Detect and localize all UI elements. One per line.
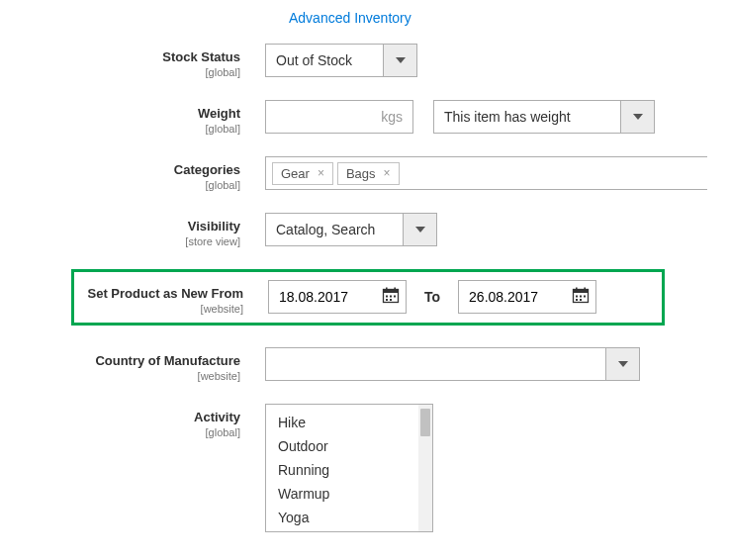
new-from-date-from[interactable] [268,280,407,314]
new-from-date-from-input[interactable] [279,289,372,305]
svg-rect-5 [390,296,392,298]
stock-status-row: Stock Status [global] Out of Stock [0,44,730,78]
scrollbar[interactable] [418,405,432,531]
list-item[interactable]: Hike [266,411,432,434]
new-from-date-to[interactable] [458,280,596,314]
has-weight-select[interactable]: This item has weight [433,100,655,134]
svg-rect-14 [580,296,582,298]
weight-unit: kgs [381,109,403,125]
country-scope: [website] [0,370,240,382]
visibility-label: Visibility [188,219,240,233]
weight-row: Weight [global] kgs This item has weight [0,100,730,135]
new-from-date-to-input[interactable] [469,289,562,305]
new-from-scope: [website] [74,303,243,315]
svg-rect-7 [386,299,388,301]
close-icon[interactable]: × [384,166,391,180]
has-weight-value: This item has weight [433,100,621,134]
categories-scope: [global] [0,179,240,191]
svg-rect-8 [390,299,392,301]
close-icon[interactable]: × [318,166,324,180]
chevron-down-icon[interactable] [621,100,655,134]
weight-input[interactable] [276,109,381,125]
stock-status-label: Stock Status [162,49,240,64]
visibility-scope: [store view] [0,235,240,247]
categories-row: Categories [global] Gear×Bags× [0,156,730,191]
svg-rect-15 [584,296,586,298]
list-item[interactable]: Outdoor [266,434,432,458]
calendar-icon[interactable] [382,287,400,308]
weight-input-wrap: kgs [265,100,413,134]
category-tag-label: Gear [281,166,310,181]
category-tag: Bags× [337,162,400,185]
activity-scope: [global] [0,426,240,438]
visibility-value: Catalog, Search [265,213,404,246]
weight-label: Weight [198,106,240,121]
activity-row: Activity [global] HikeOutdoorRunningWarm… [0,404,730,532]
svg-rect-6 [394,296,396,298]
scrollthumb[interactable] [420,409,430,436]
svg-rect-10 [574,290,589,294]
categories-multiselect[interactable]: Gear×Bags× [265,156,707,190]
visibility-select[interactable]: Catalog, Search [265,213,437,246]
activity-label: Activity [194,410,240,424]
categories-label: Categories [174,162,240,177]
country-select[interactable] [265,347,640,381]
country-row: Country of Manufacture [website] [0,347,730,382]
stock-status-select[interactable]: Out of Stock [265,44,417,77]
svg-rect-2 [386,288,388,291]
country-value [265,347,606,381]
svg-rect-3 [394,288,396,291]
new-from-label: Set Product as New From [88,286,243,301]
stock-status-scope: [global] [0,66,240,78]
advanced-inventory-link[interactable]: Advanced Inventory [289,10,411,26]
svg-rect-12 [584,288,586,291]
weight-scope: [global] [0,123,240,135]
category-tag-label: Bags [346,166,376,181]
svg-rect-11 [576,288,578,291]
new-from-to-label: To [424,289,440,305]
chevron-down-icon[interactable] [404,213,437,246]
svg-rect-17 [580,299,582,301]
activity-listbox[interactable]: HikeOutdoorRunningWarmupYoga [265,404,433,532]
list-item[interactable]: Warmup [266,482,432,506]
svg-rect-16 [576,299,578,301]
chevron-down-icon[interactable] [384,44,417,77]
list-item[interactable]: Running [266,458,432,482]
list-item[interactable]: Yoga [266,506,432,529]
calendar-icon[interactable] [572,287,590,308]
chevron-down-icon[interactable] [606,347,640,381]
country-label: Country of Manufacture [95,353,240,368]
visibility-row: Visibility [store view] Catalog, Search [0,213,730,247]
category-tag: Gear× [272,162,333,185]
new-from-highlight: Set Product as New From [website] To [71,269,665,326]
svg-rect-1 [384,290,399,294]
svg-rect-4 [386,296,388,298]
stock-status-value: Out of Stock [265,44,384,77]
svg-rect-13 [576,296,578,298]
